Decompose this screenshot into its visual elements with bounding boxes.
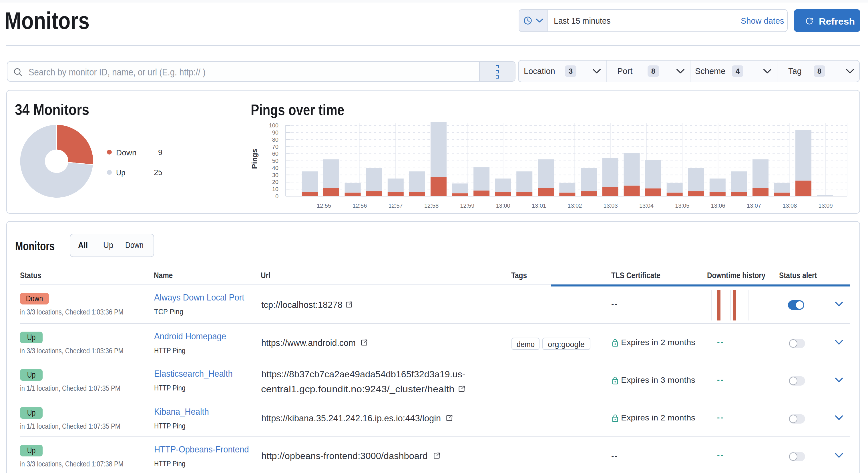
svg-text:12:57: 12:57 (389, 203, 403, 209)
svg-text:50: 50 (272, 158, 278, 164)
svg-text:13:08: 13:08 (782, 203, 797, 209)
svg-text:Pings: Pings (250, 149, 259, 169)
svg-text:80: 80 (272, 137, 278, 143)
svg-text:12:58: 12:58 (424, 203, 439, 209)
svg-text:13:09: 13:09 (818, 203, 833, 209)
svg-text:13:01: 13:01 (532, 203, 546, 209)
svg-text:0: 0 (275, 193, 278, 199)
svg-text:70: 70 (272, 144, 278, 150)
svg-text:13:05: 13:05 (675, 203, 689, 209)
svg-text:13:04: 13:04 (639, 203, 654, 209)
svg-text:10: 10 (272, 186, 278, 192)
svg-text:40: 40 (272, 165, 278, 171)
svg-text:100: 100 (269, 122, 278, 129)
svg-text:90: 90 (272, 129, 278, 136)
svg-text:12:55: 12:55 (317, 203, 331, 209)
svg-text:13:06: 13:06 (711, 203, 725, 209)
svg-text:13:00: 13:00 (496, 203, 510, 209)
svg-text:30: 30 (272, 172, 278, 178)
svg-text:20: 20 (272, 179, 278, 185)
svg-text:12:56: 12:56 (352, 203, 367, 209)
svg-text:13:03: 13:03 (603, 203, 618, 209)
svg-text:13:02: 13:02 (567, 203, 582, 209)
svg-text:12:59: 12:59 (460, 203, 474, 209)
svg-text:13:07: 13:07 (747, 203, 761, 209)
svg-text:60: 60 (272, 150, 278, 157)
